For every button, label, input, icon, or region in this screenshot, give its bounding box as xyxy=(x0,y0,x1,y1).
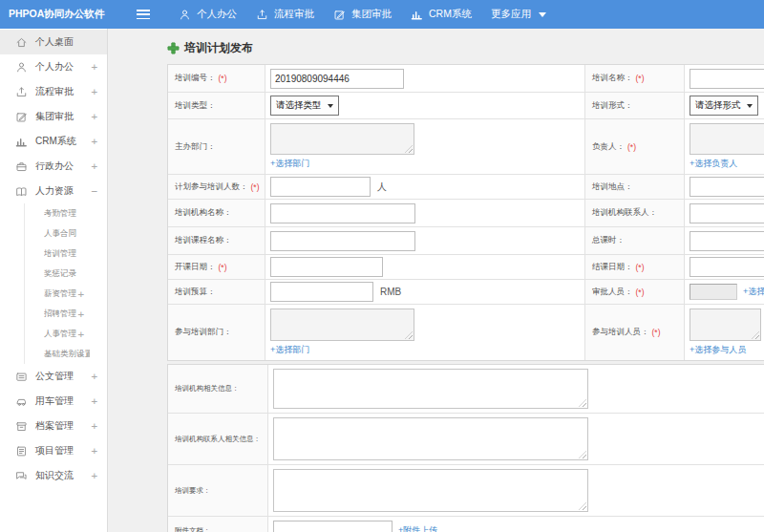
expand-plus-icon[interactable]: + xyxy=(91,160,97,173)
choose-link-participants[interactable]: +选择参与人员 xyxy=(690,344,764,356)
sidebar-item-label: 档案管理 xyxy=(35,419,91,433)
agency-contact-info-textarea[interactable] xyxy=(273,417,588,460)
nav-item-更多应用[interactable]: 更多应用 xyxy=(485,0,552,29)
expand-plus-icon[interactable]: + xyxy=(91,445,97,458)
field-label-agency-name: 培训机构名称： xyxy=(175,207,232,219)
field-label-agency-contact: 培训机构联系人： xyxy=(592,207,657,219)
training-requirements-textarea[interactable] xyxy=(273,469,588,512)
field-label-total-hours: 总课时： xyxy=(592,235,625,246)
sidebar-item-flow-approval[interactable]: 流程审批+ xyxy=(0,79,107,104)
nav-item-CRM系统[interactable]: CRM系统 xyxy=(405,0,478,29)
menu-toggle-icon[interactable] xyxy=(137,10,150,19)
sidebar-item-admin-office[interactable]: 行政办公+ xyxy=(0,154,107,179)
nav-item-个人办公[interactable]: 个人办公 xyxy=(173,0,243,29)
sidebar-item-reward-punish[interactable]: 奖惩记录 xyxy=(25,264,107,284)
expand-plus-icon[interactable]: + xyxy=(91,61,97,74)
expand-plus-icon[interactable]: + xyxy=(91,371,97,383)
field-cell xyxy=(265,65,585,92)
field-label-training-form: 培训形式： xyxy=(592,100,633,112)
choose-link-host-department[interactable]: +选择部门 xyxy=(270,158,584,170)
required-marker: (*) xyxy=(652,328,661,337)
sidebar-item-project-mgmt[interactable]: 项目管理+ xyxy=(0,438,107,463)
expand-plus-icon[interactable]: + xyxy=(91,111,97,123)
collapse-minus-icon[interactable]: − xyxy=(91,185,97,198)
agency-info-textarea[interactable] xyxy=(273,369,588,409)
field-label-training-location: 培训地点： xyxy=(592,181,633,193)
sidebar-item-hr[interactable]: 人力资源− xyxy=(0,179,107,203)
end-date-input[interactable] xyxy=(690,257,764,277)
sidebar-item-personal-office[interactable]: 个人办公+ xyxy=(0,54,107,79)
expand-plus-icon[interactable]: + xyxy=(77,328,84,340)
sidebar: 个人桌面个人办公+流程审批+集团审批+CRM系统+行政办公+人力资源−考勤管理人… xyxy=(0,29,108,532)
sidebar-item-personnel-mgmt[interactable]: 人事管理+ xyxy=(25,324,107,344)
training-location-input[interactable] xyxy=(690,177,764,197)
label-cell: 审批人员：(*) xyxy=(585,280,685,304)
form-row: 附件文档：+附件上传 xyxy=(168,517,764,532)
field-label-training-requirements: 培训要求： xyxy=(175,486,211,496)
participating-departments-textarea[interactable] xyxy=(270,309,414,341)
training-type-select[interactable]: 请选择类型 xyxy=(270,96,339,116)
label-cell: 负责人：(*) xyxy=(585,119,685,174)
edit-icon xyxy=(333,9,346,21)
field-cell xyxy=(268,465,764,516)
expand-plus-icon[interactable]: + xyxy=(91,395,97,408)
field-cell xyxy=(268,365,764,413)
training-code-input[interactable] xyxy=(270,69,404,89)
chevron-down-icon xyxy=(539,12,546,17)
label-cell: 参与培训人员：(*) xyxy=(585,305,685,360)
sidebar-item-knowledge-exchange[interactable]: 知识交流+ xyxy=(0,463,107,488)
start-date-input[interactable] xyxy=(270,257,383,277)
sidebar-item-label: 人事合同 xyxy=(44,228,90,240)
sidebar-item-group-approval[interactable]: 集团审批+ xyxy=(0,104,107,129)
user-icon xyxy=(179,9,191,21)
expand-plus-icon[interactable]: + xyxy=(77,287,84,300)
sidebar-item-attendance-mgmt[interactable]: 考勤管理 xyxy=(25,203,107,223)
host-department-textarea[interactable] xyxy=(270,123,414,155)
leader-textarea[interactable] xyxy=(690,123,764,155)
training-name-input[interactable] xyxy=(690,69,764,89)
sidebar-item-archive-mgmt[interactable]: 档案管理+ xyxy=(0,414,107,438)
sidebar-item-personal-desktop[interactable]: 个人桌面 xyxy=(0,30,107,54)
agency-contact-input[interactable] xyxy=(690,203,764,223)
total-hours-input[interactable] xyxy=(690,231,764,251)
sidebar-item-label: 考勤管理 xyxy=(44,208,90,220)
attachment-input[interactable] xyxy=(273,521,393,532)
sidebar-item-document-mgmt[interactable]: 公文管理+ xyxy=(0,364,107,389)
sidebar-item-training-mgmt[interactable]: 培训管理 xyxy=(25,244,107,264)
sidebar-item-recruit-mgmt[interactable]: 招聘管理+ xyxy=(25,304,107,324)
nav-item-流程审批[interactable]: 流程审批 xyxy=(250,0,320,29)
nav-item-集团审批[interactable]: 集团审批 xyxy=(328,0,397,29)
field-label-agency-contact-info: 培训机构联系人相关信息： xyxy=(175,435,261,444)
chart-icon xyxy=(15,136,28,148)
sidebar-item-label: 项目管理 xyxy=(35,444,91,458)
sidebar-item-crm-system[interactable]: CRM系统+ xyxy=(0,129,107,154)
sidebar-item-label: 人力资源 xyxy=(35,184,91,198)
field-label-approvers: 审批人员： xyxy=(592,287,633,298)
sidebar-item-salary-mgmt[interactable]: 薪资管理+ xyxy=(25,284,107,304)
expand-plus-icon[interactable]: + xyxy=(91,86,97,98)
choose-link-participating-departments[interactable]: +选择部门 xyxy=(270,344,584,356)
required-marker: (*) xyxy=(251,182,260,192)
choose-link-leader[interactable]: +选择负责人 xyxy=(690,158,764,170)
field-label-attachment: 附件文档： xyxy=(175,526,211,532)
choose-link-approvers[interactable]: +选择审批人员 xyxy=(743,286,764,298)
course-name-input[interactable] xyxy=(270,231,415,251)
content: 培训计划发布 培训编号：(*)培训名称：(*)培训类型：请选择类型培训形式：请选… xyxy=(109,29,764,532)
sidebar-item-label: 集团审批 xyxy=(35,110,91,123)
label-cell: 计划参与培训人数：(*) xyxy=(168,175,265,199)
choose-link-attachment[interactable]: +附件上传 xyxy=(398,524,437,532)
participants-textarea[interactable] xyxy=(690,309,761,341)
sidebar-item-vehicle-mgmt[interactable]: 用车管理+ xyxy=(0,389,107,414)
training-form-select[interactable]: 请选择形式 xyxy=(690,96,758,116)
agency-name-input[interactable] xyxy=(270,203,415,223)
sidebar-item-base-category[interactable]: 基础类别设置+ xyxy=(25,344,107,364)
expand-plus-icon[interactable]: + xyxy=(91,420,97,433)
expand-plus-icon[interactable]: + xyxy=(91,136,97,148)
expand-plus-icon[interactable]: + xyxy=(77,348,84,360)
label-cell: 培训要求： xyxy=(168,465,268,516)
expand-plus-icon[interactable]: + xyxy=(77,308,84,320)
budget-input[interactable] xyxy=(270,282,373,302)
expand-plus-icon[interactable]: + xyxy=(91,470,97,482)
sidebar-item-hr-contract[interactable]: 人事合同 xyxy=(25,223,107,244)
planned-participants-input[interactable] xyxy=(270,177,371,197)
